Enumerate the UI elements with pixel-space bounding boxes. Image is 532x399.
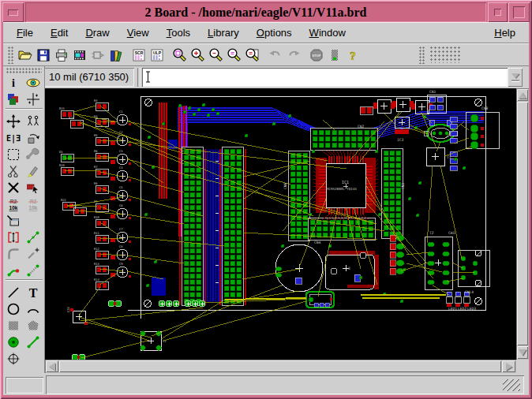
traffic-light-button[interactable] [325,46,343,64]
tool-mark[interactable] [23,91,43,107]
tool-ripup[interactable] [23,262,43,278]
tool-group[interactable] [3,146,23,162]
tool-smash[interactable] [3,212,23,229]
save-button[interactable] [34,46,52,64]
tool-delete[interactable] [3,179,23,196]
print-icon [54,47,69,63]
menu-edit[interactable]: Edit [42,24,77,41]
scroll-right-button[interactable] [502,360,515,372]
tool-change[interactable] [23,146,43,162]
maximize-button[interactable] [508,2,530,22]
tool-move[interactable] [3,113,23,129]
vertical-scrollbar[interactable] [516,88,529,360]
menu-draw[interactable]: Draw [77,24,118,41]
tool-arc[interactable] [23,300,43,317]
menu-options[interactable]: Options [248,24,301,41]
cam-processor-button[interactable] [70,46,88,64]
zoom-in-button[interactable] [189,46,207,64]
tool-signal[interactable] [23,334,43,350]
arc-icon [25,301,41,317]
optimize-icon [6,229,21,245]
window-menu-button[interactable] [2,2,24,22]
tool-name[interactable]: R210k [3,196,23,212]
svg-text:T1: T1 [447,155,451,159]
minimize-button[interactable] [488,2,508,22]
script-scr-button[interactable]: SCR [129,46,148,64]
svg-text:R10: R10 [94,215,100,219]
tool-text[interactable]: T [23,284,43,300]
window-title: 2 Board - /home/nari/eagle/V11/V11a.brd [25,2,486,22]
scroll-down-button[interactable] [517,346,528,359]
pin-array-3[interactable] [382,149,403,239]
route-icon [6,263,21,278]
tool-meander[interactable] [23,245,43,262]
tool-rect[interactable] [3,317,23,334]
show-icon [25,75,41,91]
svg-text:R6: R6 [94,149,98,153]
redo-button[interactable] [284,46,302,64]
menu-file[interactable]: File [8,24,42,41]
zoom-select-button[interactable] [225,46,243,64]
print-button[interactable] [52,46,70,64]
tool-info[interactable]: i [3,74,23,91]
svg-text:R12: R12 [94,247,99,251]
tool-display[interactable] [3,91,23,107]
toolbar-grip[interactable] [8,47,13,64]
tool-cut[interactable] [3,162,23,179]
zoom-fit-button[interactable] [170,46,189,64]
menu-tools[interactable]: Tools [158,24,199,41]
pin-array-4[interactable] [311,129,378,151]
pin-array-2[interactable] [289,151,310,241]
tool-wire[interactable] [3,284,23,300]
tool-split[interactable] [23,229,43,245]
zoom-out-button[interactable] [207,46,225,64]
script-ulp-button[interactable]: ULP [148,46,166,64]
tool-route[interactable] [3,262,23,278]
resize-grip[interactable] [503,379,520,391]
tool-mirror[interactable]: E|Ǝ [3,129,23,146]
tool-hole[interactable] [3,350,23,367]
library-button[interactable] [107,46,125,64]
name-icon: R210k [6,196,21,212]
open-button[interactable] [16,46,34,64]
command-input[interactable] [142,68,508,87]
board-schematic-button[interactable] [88,46,107,64]
pin-array-1[interactable] [220,147,245,306]
pin-array-0[interactable] [180,147,205,306]
menu-window[interactable]: Window [301,24,354,41]
undo-icon [268,47,283,63]
menu-library[interactable]: Library [199,24,248,41]
zoom-redraw-button[interactable] [243,46,261,64]
tool-show[interactable] [23,74,43,91]
tool-value[interactable]: R210k [23,196,43,212]
help-button[interactable]: ? [343,46,362,64]
stop-button[interactable]: STOP [307,46,325,64]
tool-rotate[interactable] [23,129,43,146]
scroll-left-button[interactable] [46,360,58,372]
tool-miter[interactable] [3,245,23,262]
tool-optimize[interactable] [3,229,23,245]
tool-copy[interactable] [23,113,43,129]
svg-text:CH3: CH3 [448,231,455,235]
tool-polygon[interactable] [23,317,43,334]
undo-button[interactable] [266,46,284,64]
toolbar-grip[interactable] [419,47,425,64]
scroll-up-button[interactable] [517,89,528,101]
horizontal-scrollbar[interactable] [45,360,516,373]
tool-pinswap[interactable] [23,179,43,196]
tool-via[interactable] [3,334,23,350]
tool-circle[interactable] [3,300,23,317]
menu-help[interactable]: Help [485,24,524,41]
redo-icon [286,47,302,63]
vertical-scroll-thumb[interactable] [517,102,528,345]
display-icon [6,91,21,107]
zoom-in-icon [190,47,206,63]
palette-grip[interactable] [6,68,42,73]
command-dropdown-button[interactable] [508,68,523,87]
svg-text:R9: R9 [94,200,98,203]
board-canvas[interactable]: IC1XC95288XL-TQ144R3R4R5R6R7R8R9R10R11R1… [45,88,516,360]
tool-paste[interactable] [23,162,43,179]
open-icon [17,47,33,63]
menu-view[interactable]: View [118,24,158,41]
horizontal-scroll-thumb[interactable] [59,360,501,372]
